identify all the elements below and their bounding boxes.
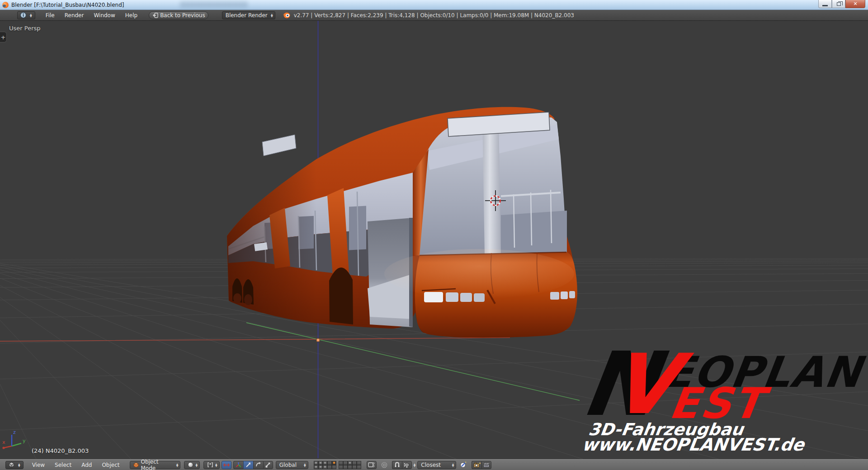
menu-window[interactable]: Window [89,12,120,19]
manipulator-toggle-button[interactable] [222,461,231,469]
menu-add[interactable]: Add [76,462,97,468]
snap-target-dropdown[interactable]: Closest ▲▼ [417,461,456,469]
manipulator-axes-button[interactable] [233,461,243,469]
watermark-url: www.NEOPLANVEST.de [581,436,805,453]
layers-widget[interactable] [314,461,361,469]
info-editor-icon [20,12,26,18]
opengl-render-icon [460,461,467,468]
layer-cell[interactable] [314,465,318,469]
lock-to-scene-icon [368,462,375,468]
layer-cell[interactable] [318,461,323,465]
editor-type-selector[interactable]: ▲▼ [17,11,35,19]
rotate-manipulator-button[interactable] [253,461,263,469]
proportional-edit-icon [381,462,387,468]
window-titlebar[interactable]: Blender [F:\Tutorial_Busbau\N4020.blend]… [0,0,868,10]
snap-element-button[interactable] [402,461,412,469]
windshield-interior-pillar [482,116,501,255]
editor-type-selector-3d[interactable]: ▲▼ [5,461,24,469]
windshield-far-wall [501,211,567,255]
restore-icon [837,2,841,6]
layer-cell[interactable] [343,461,348,465]
magnet-icon [394,462,400,468]
clapperboard-icon [483,462,490,468]
back-to-previous-button[interactable]: Back to Previous [149,11,208,19]
orientation-dropdown[interactable]: Global ▲▼ [276,461,308,469]
translate-manipulator-button[interactable] [243,461,253,469]
blender-logo-icon [283,12,290,19]
watermark-est: EST [667,382,767,425]
mode-dropdown[interactable]: Object Mode ▲▼ [130,461,180,469]
close-button[interactable]: ✕ [845,0,865,8]
proportional-edit-button[interactable] [379,461,389,469]
layer-cell[interactable] [343,465,348,469]
active-object-label: (24) N4020_B2.003 [32,447,89,454]
editor-selector-arrows-3d: ▲▼ [18,463,20,467]
back-button-label: Back to Previous [160,12,205,19]
opengl-still-button[interactable]: + [472,461,481,469]
pivot-point-dropdown[interactable]: ▲▼ [203,461,220,469]
info-editor-header: ▲▼ File Render Window Help Back to Previ… [0,10,868,21]
viewport-3d[interactable]: x y z User Persp (24) N4020_B2.003 + N V… [0,21,868,459]
snap-element-arrows[interactable]: ▲▼ [414,463,416,467]
layer-cell[interactable] [348,465,352,469]
translate-icon [245,462,251,468]
opengl-render-button[interactable] [458,461,468,469]
layer-cell[interactable] [323,461,327,465]
minimize-icon [822,5,828,6]
viewport-shading-dropdown[interactable]: ▲▼ [184,461,200,469]
world-origin-dot [316,338,320,342]
axes-icon [236,462,241,468]
engine-dropdown-arrows: ▲▼ [271,14,273,17]
layer-cell[interactable] [357,465,361,469]
toolshelf-expand-tab[interactable]: + [0,32,7,42]
layer-cell[interactable] [352,465,357,469]
shading-solid-icon [188,462,193,468]
minimize-button[interactable] [818,0,832,8]
shading-dropdown-arrows: ▲▼ [195,463,198,467]
menu-render[interactable]: Render [60,12,89,19]
snap-target-arrows: ▲▼ [452,463,454,467]
snap-group [392,461,412,469]
x-axis-line [0,338,510,341]
layer-cell[interactable] [327,465,332,469]
window-title: Blender [F:\Tutorial_Busbau\N4020.blend] [11,2,124,8]
layer-cell[interactable] [339,461,343,465]
scale-manipulator-button[interactable] [263,461,273,469]
gizmo-y-label: y [23,438,26,444]
lock-to-scene-button[interactable] [367,461,377,469]
menu-view[interactable]: View [27,462,50,468]
layer-cell[interactable] [357,461,361,465]
layer-cell[interactable] [314,461,318,465]
layer-cell[interactable] [318,465,323,469]
layer-cell[interactable] [323,465,327,469]
watermark-letter-v: V [605,343,681,426]
axis-gizmo: x y z [2,429,26,449]
layer-cell-active[interactable] [332,461,336,465]
bus-side-sign [262,135,296,156]
menu-file[interactable]: File [41,12,60,19]
snap-toggle-button[interactable] [392,461,402,469]
bus-model[interactable] [227,107,577,338]
menu-select[interactable]: Select [50,462,76,468]
editor-selector-arrows: ▲▼ [30,14,32,17]
layer-cell[interactable] [348,461,352,465]
scene-statistics: v2.77 | Verts:2,827 | Faces:2,239 | Tris… [294,12,574,19]
menu-object[interactable]: Object [97,462,124,468]
menu-help[interactable]: Help [120,12,142,19]
manipulator-icon [223,462,230,468]
restore-button[interactable] [832,0,845,8]
plus-icon: + [1,34,6,41]
layer-cell[interactable] [352,461,357,465]
layer-group-2[interactable] [339,461,361,469]
snap-element-icon [404,462,410,468]
layer-cell[interactable] [332,465,336,469]
layer-group-1[interactable] [314,461,336,469]
layer-cell[interactable] [327,461,332,465]
front-mask-gloss [384,249,574,299]
rotate-icon [255,462,261,468]
render-engine-dropdown[interactable]: Blender Render ▲▼ [222,11,275,19]
window-controls: ✕ [818,0,865,8]
layer-cell[interactable] [339,465,343,469]
opengl-anim-button[interactable] [481,461,491,469]
mode-value: Object Mode [139,459,174,470]
